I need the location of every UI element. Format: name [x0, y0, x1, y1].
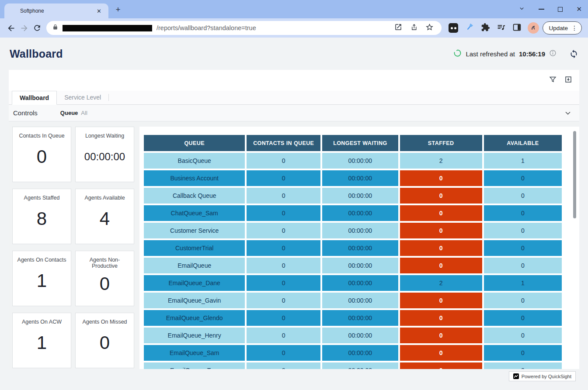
cell-longest-waiting: 00:00:00: [322, 328, 398, 343]
table-row-emailqueue-tom: EmailQueue_Tom000:00:0000: [144, 362, 562, 369]
cell-queue: CustomerTrial: [144, 240, 245, 256]
quicksight-badge[interactable]: Powered by QuickSight: [509, 371, 576, 381]
profile-avatar[interactable]: [528, 22, 539, 34]
refresh-icon[interactable]: [569, 49, 578, 59]
cell-available: 0: [484, 188, 562, 204]
cell-contacts-in-queue: 0: [247, 293, 320, 308]
cell-staffed: 0: [400, 188, 482, 204]
cell-available: 0: [484, 293, 562, 308]
column-header-contacts-in-queue[interactable]: CONTACTS IN QUEUE: [247, 135, 320, 151]
minimize-icon[interactable]: [539, 9, 544, 10]
kpi-value: 1: [37, 325, 47, 368]
kpi-label: Agents Staffed: [23, 195, 61, 201]
cell-queue: BasicQueue: [144, 153, 245, 169]
kpi-label: Agents On Contacts: [16, 257, 68, 263]
sheet-toolbar: [9, 70, 579, 91]
reload-icon[interactable]: [31, 21, 44, 35]
url-bar[interactable]: /reports/wallboard?standalone=true: [46, 21, 442, 35]
table-scrollbar[interactable]: [573, 131, 576, 218]
cell-available: 0: [484, 170, 562, 186]
queue-table-body: BasicQueue000:00:0021Business Account000…: [144, 153, 562, 369]
cell-longest-waiting: 00:00:00: [322, 223, 398, 238]
queue-table-head: QUEUECONTACTS IN QUEUELONGEST WAITINGSTA…: [144, 135, 562, 151]
cell-contacts-in-queue: 0: [247, 345, 320, 361]
queue-filter-value[interactable]: All: [81, 110, 87, 116]
maximize-icon[interactable]: [558, 7, 563, 12]
kpi-grid: Contacts In Queue0Longest Waiting00:00:0…: [12, 127, 134, 369]
kpi-value: 8: [37, 201, 47, 244]
table-row-emailqueue-glendo: EmailQueue_Glendo000:00:0000: [144, 310, 562, 326]
kpi-value: 4: [100, 201, 110, 244]
cell-longest-waiting: 00:00:00: [322, 310, 398, 326]
cell-staffed: 0: [400, 293, 482, 308]
cell-available: 1: [484, 275, 562, 291]
kpi-label: Agents Available: [83, 195, 126, 201]
lock-icon: [52, 24, 58, 32]
side-panel-icon[interactable]: [512, 23, 522, 34]
kpi-label: Agents Non-Productive: [76, 257, 134, 269]
cell-staffed: 0: [400, 258, 482, 273]
tab-close-icon[interactable]: ✕: [97, 8, 101, 14]
cell-queue: EmailQueue_Henry: [144, 328, 245, 343]
open-in-new-icon[interactable]: [394, 23, 402, 33]
chevron-down-icon[interactable]: [518, 5, 525, 14]
cell-available: 0: [484, 258, 562, 273]
cell-queue: Business Account: [144, 170, 245, 186]
controls-bar: Controls Queue All: [9, 105, 579, 121]
tab-service-level[interactable]: Service Level: [57, 90, 108, 104]
cell-longest-waiting: 00:00:00: [322, 205, 398, 221]
table-row-basicqueue: BasicQueue000:00:0021: [144, 153, 562, 169]
table-row-emailqueue-henry: EmailQueue_Henry000:00:0000: [144, 328, 562, 343]
browser-tab-softphone[interactable]: Softphone ✕: [4, 3, 108, 18]
column-header-available[interactable]: AVAILABLE: [484, 135, 562, 151]
cell-available: 0: [484, 345, 562, 361]
forward-icon[interactable]: [17, 21, 31, 35]
update-button[interactable]: Update ⋮: [543, 21, 582, 35]
cell-longest-waiting: 00:00:00: [322, 345, 398, 361]
media-queue-icon[interactable]: [497, 23, 506, 34]
controls-collapse-chevron-icon[interactable]: [564, 109, 572, 117]
cell-available: 0: [484, 223, 562, 238]
window-controls: ✕: [518, 0, 582, 18]
kpi-card-contacts-in-queue: Contacts In Queue0: [12, 127, 71, 182]
cell-available: 0: [484, 310, 562, 326]
kpi-card-agents-staffed: Agents Staffed8: [12, 189, 71, 244]
new-tab-button[interactable]: +: [114, 5, 122, 14]
quicksight-logo-icon: [513, 373, 519, 379]
extension-axe-icon[interactable]: [465, 22, 474, 34]
tab-wallboard-label: Wallboard: [20, 94, 49, 101]
cell-staffed: 0: [400, 205, 482, 221]
cell-available: 0: [484, 205, 562, 221]
extensions-puzzle-icon[interactable]: [481, 23, 490, 34]
column-header-queue[interactable]: QUEUE: [144, 135, 245, 151]
cell-longest-waiting: 00:00:00: [322, 258, 398, 273]
cell-queue: Customer Service: [144, 223, 245, 238]
column-header-longest-waiting[interactable]: LONGEST WAITING: [322, 135, 398, 151]
powered-by-label: Powered by QuickSight: [522, 374, 571, 379]
browser-tab-title: Softphone: [20, 8, 44, 14]
window-close-icon[interactable]: ✕: [576, 5, 582, 13]
controls-label: Controls: [13, 109, 38, 117]
tab-wallboard[interactable]: Wallboard: [12, 91, 57, 105]
tab-divider: [108, 94, 109, 101]
table-row-callback-queue: Callback Queue000:00:0000: [144, 188, 562, 204]
table-row-emailqueue-dane: EmailQueue_Dane000:00:0021: [144, 275, 562, 291]
back-icon[interactable]: [4, 21, 17, 35]
column-header-staffed[interactable]: STAFFED: [400, 135, 482, 151]
extension-icons: [444, 22, 526, 34]
cell-staffed: 0: [400, 223, 482, 238]
filter-icon[interactable]: [549, 76, 557, 85]
export-icon[interactable]: [564, 76, 572, 85]
info-icon[interactable]: [549, 49, 557, 58]
share-icon[interactable]: [410, 23, 418, 33]
kpi-card-agents-on-missed: Agents On Missed0: [75, 313, 134, 368]
bookmark-star-icon[interactable]: [425, 23, 434, 33]
browser-tab-strip: Softphone ✕ + ✕: [0, 0, 588, 18]
cell-contacts-in-queue: 0: [247, 153, 320, 169]
browser-menu-icon[interactable]: ⋮: [571, 24, 578, 31]
cell-staffed: 0: [400, 362, 482, 369]
table-row-emailqueue-gavin: EmailQueue_Gavin000:00:0000: [144, 293, 562, 308]
cell-longest-waiting: 00:00:00: [322, 170, 398, 186]
extension-dots-icon[interactable]: [449, 23, 458, 33]
cell-longest-waiting: 00:00:00: [322, 275, 398, 291]
